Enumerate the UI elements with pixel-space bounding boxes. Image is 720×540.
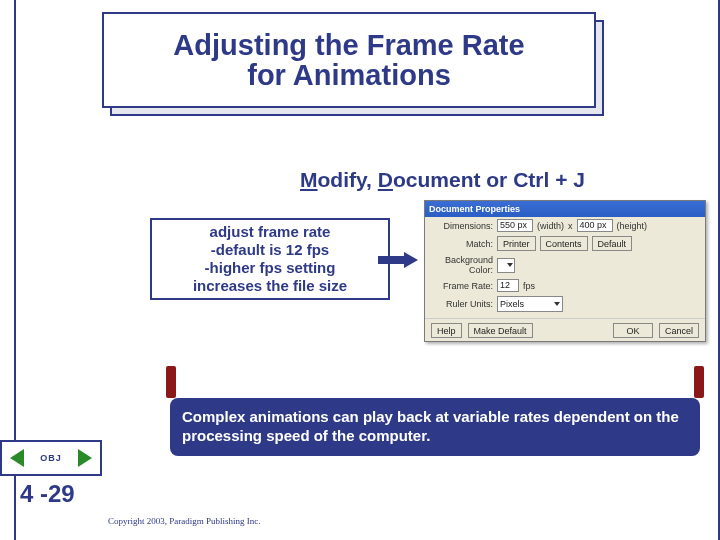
match-label: Match: <box>431 239 493 249</box>
callout-line: increases the file size <box>156 277 384 295</box>
cancel-button[interactable]: Cancel <box>659 323 699 338</box>
ok-button[interactable]: OK <box>613 323 653 338</box>
next-slide-icon[interactable] <box>78 449 92 467</box>
page-number: 4 -29 <box>20 480 75 508</box>
callout-line: -higher fps setting <box>156 259 384 277</box>
document-properties-dialog: Document Properties Dimensions: 550 px (… <box>424 200 706 342</box>
title-line2: for Animations <box>247 60 451 90</box>
ruler-label: Ruler Units: <box>431 299 493 309</box>
fps-text: fps <box>523 281 535 291</box>
ruler-units-select[interactable]: Pixels <box>497 296 563 312</box>
obj-label[interactable]: OBJ <box>40 453 62 463</box>
callout-line: adjust frame rate <box>156 223 384 241</box>
x-text: x <box>568 221 573 231</box>
make-default-button[interactable]: Make Default <box>468 323 533 338</box>
accel-m: M <box>300 168 318 191</box>
callout-line: -default is 12 fps <box>156 241 384 259</box>
dimensions-label: Dimensions: <box>431 221 493 231</box>
default-button[interactable]: Default <box>592 236 633 251</box>
width-input[interactable]: 550 px <box>497 219 533 232</box>
framerate-input[interactable]: 12 <box>497 279 519 292</box>
width-text: (width) <box>537 221 564 231</box>
height-text: (height) <box>617 221 648 231</box>
prev-slide-icon[interactable] <box>10 449 24 467</box>
printer-button[interactable]: Printer <box>497 236 536 251</box>
menu-path: Modify, Document or Ctrl + J <box>300 168 585 192</box>
callout-arrow <box>378 252 420 268</box>
bgcolor-label: Background Color: <box>431 255 493 275</box>
bgcolor-swatch[interactable] <box>497 258 515 273</box>
note-banner: Complex animations can play back at vari… <box>170 398 700 456</box>
copyright: Copyright 2003, Paradigm Publishing Inc. <box>108 516 261 526</box>
height-input[interactable]: 400 px <box>577 219 613 232</box>
contents-button[interactable]: Contents <box>540 236 588 251</box>
callout-box: adjust frame rate -default is 12 fps -hi… <box>150 218 390 300</box>
help-button[interactable]: Help <box>431 323 462 338</box>
dialog-titlebar: Document Properties <box>425 201 705 217</box>
title-box: Adjusting the Frame Rate for Animations <box>102 12 596 108</box>
framerate-label: Frame Rate: <box>431 281 493 291</box>
title-line1: Adjusting the Frame Rate <box>173 30 524 60</box>
accel-d: D <box>378 168 393 191</box>
nav-box: OBJ <box>0 440 102 476</box>
